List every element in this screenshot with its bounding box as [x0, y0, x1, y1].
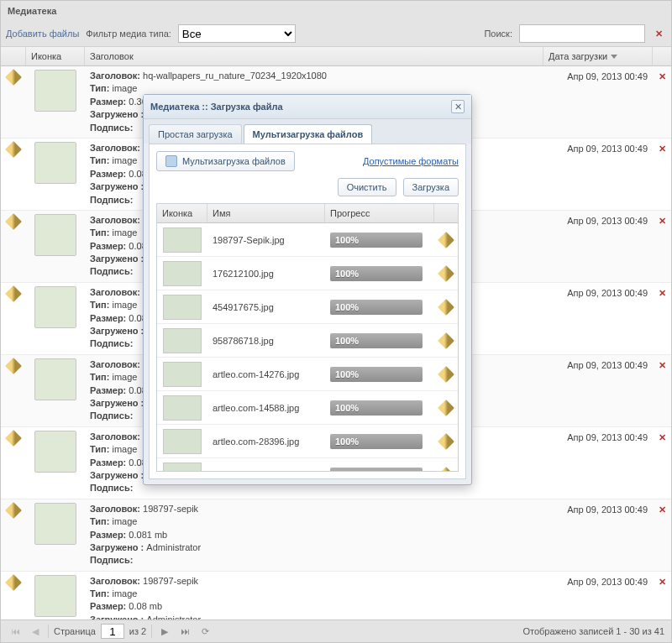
upload-thumbnail	[163, 463, 202, 472]
panel-title: Медиатека	[1, 1, 671, 21]
upload-filename: 454917675.jpg	[207, 299, 325, 316]
delete-icon[interactable]: ✕	[655, 577, 669, 588]
edit-icon[interactable]	[5, 285, 22, 302]
delete-icon[interactable]: ✕	[655, 432, 669, 443]
upload-row[interactable]: 198797-Sepik.jpg100%	[157, 223, 458, 257]
multi-upload-button[interactable]: Мультизагрузка файлов	[156, 151, 295, 171]
tab-multi-upload[interactable]: Мультизагрузка файлов	[244, 124, 373, 144]
upload-filename: artleo.com-28396.jpg	[207, 433, 325, 450]
upload-row[interactable]: 176212100.jpg100%	[157, 257, 458, 290]
up-col-progress[interactable]: Прогресс	[325, 204, 434, 222]
edit-icon[interactable]	[5, 69, 22, 86]
upload-thumbnail	[163, 295, 202, 320]
add-files-button[interactable]: Добавить файлы	[6, 29, 79, 39]
tab-simple-upload[interactable]: Простая загрузка	[149, 124, 242, 144]
upload-row[interactable]: 958786718.jpg100%	[157, 324, 458, 358]
col-actions	[653, 47, 671, 65]
pager-display-info: Отображено записей 1 - 30 из 41	[522, 626, 664, 636]
dialog-body: Мультизагрузка файлов Допустимые форматы…	[149, 144, 466, 479]
thumbnail[interactable]	[34, 214, 76, 256]
edit-icon[interactable]	[5, 141, 22, 158]
pager-page-label: Страница	[54, 626, 96, 636]
pager-refresh-icon[interactable]: ⟳	[197, 624, 213, 639]
col-date-label: Дата загрузки	[549, 51, 607, 61]
col-icon[interactable]: Иконка	[26, 47, 85, 65]
pager-page-input[interactable]	[101, 624, 124, 639]
row-date: Апр 09, 2013 00:49	[543, 499, 653, 571]
edit-icon[interactable]	[5, 502, 22, 519]
edit-icon[interactable]	[5, 430, 22, 447]
thumbnail[interactable]	[34, 575, 76, 617]
upload-thumbnail	[163, 362, 202, 387]
upload-thumbnail	[163, 328, 202, 353]
edit-icon[interactable]	[438, 400, 454, 416]
pager-next-icon[interactable]: ▶	[157, 624, 172, 639]
delete-icon[interactable]: ✕	[655, 360, 669, 371]
clear-search-icon[interactable]: ✕	[652, 29, 666, 39]
upload-row[interactable]: artleo.com-14588.jpg100%	[157, 391, 458, 425]
table-row[interactable]: Заголовок: 198797-sepikТип: imageРазмер:…	[1, 499, 671, 572]
thumbnail[interactable]	[34, 503, 76, 545]
thumbnail[interactable]	[34, 142, 76, 184]
search-input[interactable]	[519, 24, 645, 43]
multi-upload-label: Мультизагрузка файлов	[182, 156, 286, 166]
pager-first-icon[interactable]: ⏮	[8, 624, 23, 639]
upload-button[interactable]: Загрузка	[403, 178, 459, 196]
clear-button[interactable]: Очистить	[338, 178, 396, 196]
upload-thumbnail	[163, 261, 202, 286]
progress-bar: 100%	[330, 434, 423, 449]
delete-icon[interactable]: ✕	[655, 71, 669, 82]
edit-icon[interactable]	[5, 213, 22, 230]
upload-row[interactable]: artleo.com-14276.jpg100%	[157, 358, 458, 391]
thumbnail[interactable]	[34, 286, 76, 328]
toolbar: Добавить файлы Фильтр медиа типа: Все По…	[1, 21, 671, 47]
col-date[interactable]: Дата загрузки	[543, 47, 653, 65]
upload-thumbnail	[163, 429, 202, 454]
upload-filename: 198797-Sepik.jpg	[207, 232, 325, 248]
progress-bar: 100%	[330, 266, 423, 281]
edit-icon[interactable]	[5, 358, 22, 374]
allowed-formats-link[interactable]: Допустимые форматы	[363, 156, 459, 166]
row-date: Апр 09, 2013 00:49	[543, 427, 653, 499]
search-label: Поиск:	[484, 29, 512, 39]
edit-icon[interactable]	[438, 433, 454, 450]
edit-icon[interactable]	[438, 467, 454, 471]
table-row[interactable]: Заголовок: 198797-sepikТип: imageРазмер:…	[1, 572, 671, 619]
up-col-actions	[434, 204, 458, 222]
thumbnail[interactable]	[34, 70, 76, 112]
thumbnail[interactable]	[34, 431, 76, 473]
upload-row[interactable]: 454917675.jpg100%	[157, 290, 458, 324]
col-drag	[1, 47, 26, 65]
pager-of-label: из 2	[129, 626, 146, 636]
edit-icon[interactable]	[5, 574, 22, 591]
upload-grid-body[interactable]: 198797-Sepik.jpg100%176212100.jpg100%454…	[157, 223, 458, 471]
delete-icon[interactable]: ✕	[655, 288, 669, 299]
delete-icon[interactable]: ✕	[655, 504, 669, 515]
upload-row[interactable]: artleo.com-41588.jpg100%	[157, 458, 458, 471]
edit-icon[interactable]	[438, 265, 454, 282]
media-type-filter[interactable]: Все	[178, 24, 296, 43]
row-date: Апр 09, 2013 00:49	[543, 139, 653, 210]
upload-icon	[165, 155, 177, 167]
col-title[interactable]: Заголовок	[85, 47, 543, 65]
edit-icon[interactable]	[438, 299, 454, 316]
filter-label: Фильтр медиа типа:	[86, 29, 171, 39]
upload-row[interactable]: artleo.com-28396.jpg100%	[157, 425, 458, 458]
up-col-name[interactable]: Имя	[207, 204, 325, 222]
pager-last-icon[interactable]: ⏭	[177, 624, 192, 639]
edit-icon[interactable]	[438, 332, 454, 349]
pager-prev-icon[interactable]: ◀	[28, 624, 43, 639]
close-icon[interactable]: ✕	[451, 100, 465, 113]
progress-bar: 100%	[330, 300, 423, 315]
upload-filename: artleo.com-41588.jpg	[207, 467, 325, 472]
delete-icon[interactable]: ✕	[655, 144, 669, 154]
upload-dialog: Медиатека :: Загрузка файла ✕ Простая за…	[143, 94, 472, 485]
edit-icon[interactable]	[438, 232, 454, 248]
up-col-icon[interactable]: Иконка	[157, 204, 207, 222]
dialog-header[interactable]: Медиатека :: Загрузка файла ✕	[144, 95, 471, 119]
row-details: Заголовок: 198797-sepikТип: imageРазмер:…	[85, 499, 543, 571]
dialog-tabs: Простая загрузка Мультизагрузка файлов	[144, 119, 471, 144]
thumbnail[interactable]	[34, 358, 76, 400]
delete-icon[interactable]: ✕	[655, 216, 669, 227]
edit-icon[interactable]	[438, 366, 454, 383]
